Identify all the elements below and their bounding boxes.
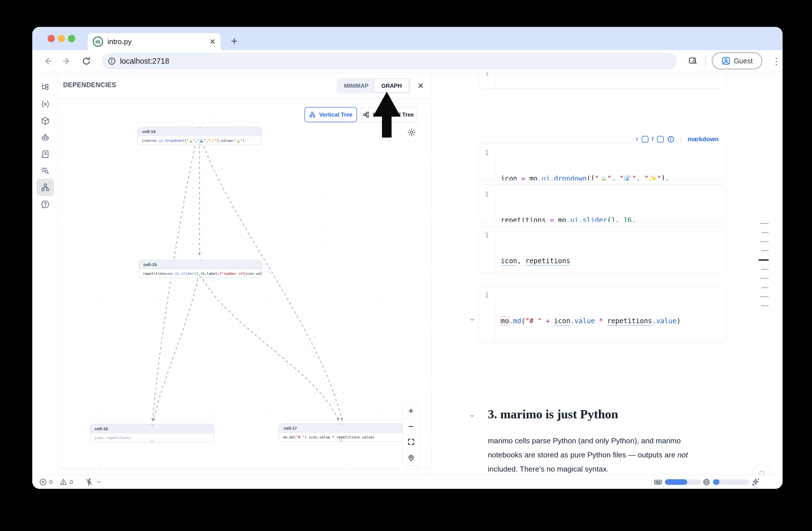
zoom-in-button[interactable]: +: [403, 403, 419, 419]
node-title: cell-15: [139, 260, 262, 269]
node-title: cell-14: [138, 127, 261, 136]
node-code: icon = mo.ui.dropdown(["🍃", "🌊", "✨"], v…: [138, 136, 261, 145]
site-info-icon[interactable]: [107, 57, 116, 66]
code-line: icon = mo.ui.dropdown(["🍃", "🌊", "✨"],: [501, 173, 726, 181]
cell-marker[interactable]: [760, 241, 769, 242]
marimo-favicon-icon: m: [93, 37, 103, 47]
sidebar-item-file-explorer[interactable]: [37, 78, 54, 96]
profile-label: Guest: [734, 57, 753, 65]
tab-graph[interactable]: GRAPH: [375, 79, 408, 92]
toggle-r-label[interactable]: r: [636, 135, 638, 143]
url-bar[interactable]: localhost:2718: [102, 53, 677, 69]
node-code: icon, repetitions: [90, 433, 214, 442]
collapse-section-chevron-icon[interactable]: ⌄: [468, 409, 476, 419]
sidebar-item-snippets[interactable]: [37, 162, 54, 180]
cell-marker-active[interactable]: [758, 259, 769, 261]
notebook-cell-dropdown[interactable]: 1 icon = mo.ui.dropdown(["🍃", "🌊", "✨"],…: [478, 143, 726, 181]
notebook-cell-momd[interactable]: 1 mo.md("# " + icon.value * repetitions.…: [478, 286, 726, 343]
section-paragraph: marimo cells parse Python (and only Pyth…: [488, 434, 688, 475]
graph-edges: [58, 99, 431, 469]
back-icon[interactable]: [40, 54, 56, 69]
toggle-f-checkbox[interactable]: [657, 136, 664, 143]
line-number: 1: [479, 72, 495, 89]
traffic-close-button[interactable]: [47, 35, 55, 42]
cell-marker[interactable]: [760, 278, 769, 279]
sidebar-item-packages[interactable]: [37, 112, 54, 130]
ai-assistant-button[interactable]: [751, 477, 760, 487]
toggle-f-label[interactable]: f: [652, 135, 654, 143]
graph-node-cell-15[interactable]: cell-15 repetitions = mo.ui.slider(1, 16…: [139, 260, 262, 278]
vertical-tree-icon: [309, 111, 316, 118]
ram-usage: [654, 477, 701, 487]
tab-strip: m intro.py ✕ +: [32, 27, 783, 50]
tab-close-icon[interactable]: ✕: [209, 37, 216, 46]
stop-button[interactable]: [753, 464, 771, 475]
line-number: 1: [479, 291, 495, 343]
warning-count: 0: [70, 479, 73, 485]
code-line: mo.md("# " + icon.value * repetitions.va…: [501, 315, 726, 327]
locate-button[interactable]: [403, 450, 419, 465]
code-line: repetitions = mo.ui.slider(1, 16,: [501, 214, 726, 222]
vertical-tree-label: Vertical Tree: [319, 112, 352, 118]
dependencies-header: DEPENDENCIES MINIMAP GRAPH ✕: [58, 72, 431, 99]
collapse-output-chevron-icon[interactable]: ⌄: [468, 313, 476, 323]
flash-off-icon: [85, 478, 93, 486]
paragraph-line: marimo cells parse Python (and only Pyth…: [488, 434, 688, 448]
new-tab-button[interactable]: +: [226, 33, 242, 49]
forward-icon[interactable]: [59, 54, 74, 69]
cell-marker[interactable]: [760, 223, 769, 224]
info-icon[interactable]: [667, 135, 675, 143]
code-line: icon, repetitions: [501, 255, 726, 267]
traffic-zoom-button[interactable]: [68, 35, 75, 42]
graph-canvas[interactable]: Vertical Tree Horizontal Tree cell-14 ic…: [58, 99, 431, 469]
cell-marker[interactable]: [760, 296, 769, 297]
traffic-minimize-button[interactable]: [58, 35, 65, 42]
status-bar: 0 0: [32, 475, 783, 489]
markdown-mode-label[interactable]: markdown: [687, 135, 719, 143]
cpu-progress-bar: [713, 479, 749, 485]
run-mode-toggle[interactable]: [85, 477, 102, 487]
warning-triangle-icon: [59, 478, 67, 486]
sidebar-item-dependency-graph[interactable]: [37, 178, 54, 196]
italic-word: not: [677, 450, 688, 459]
errors-indicator[interactable]: 0: [39, 477, 53, 487]
cell-marker[interactable]: [762, 232, 769, 233]
panel-close-icon[interactable]: ✕: [415, 80, 427, 92]
horizontal-tree-button[interactable]: Horizontal Tree: [360, 107, 417, 122]
toggle-r-checkbox[interactable]: [642, 136, 649, 143]
sidebar-rail: [32, 72, 58, 475]
browser-tab[interactable]: m intro.py ✕: [88, 33, 221, 50]
tab-minimap[interactable]: MINIMAP: [338, 79, 375, 92]
cell-marker[interactable]: [762, 269, 769, 270]
graph-node-cell-16[interactable]: cell-16 icon, repetitions: [90, 424, 214, 442]
graph-node-cell-17[interactable]: cell-17 mo.md("# " + icon.value * repeti…: [279, 424, 404, 442]
avatar-icon: [722, 56, 730, 66]
view-switcher: MINIMAP GRAPH: [337, 78, 411, 94]
cell-marker[interactable]: [762, 287, 769, 288]
notebook-cell-slider[interactable]: 1 repetitions = mo.ui.slider(1, 16, labe…: [478, 185, 726, 222]
cell-marker[interactable]: [762, 250, 769, 251]
reload-icon[interactable]: [79, 54, 94, 69]
zoom-out-button[interactable]: −: [403, 419, 419, 434]
fit-view-button[interactable]: [403, 434, 419, 450]
node-code: mo.md("# " + icon.value * repetitions.va…: [279, 433, 403, 442]
browser-menu-icon[interactable]: ⋮: [770, 54, 783, 69]
cpu-usage: [702, 477, 749, 487]
tab-search-icon[interactable]: [685, 54, 700, 69]
url-text: localhost:2718: [120, 57, 169, 66]
profile-button[interactable]: Guest: [712, 52, 762, 69]
sidebar-item-help[interactable]: [37, 196, 54, 213]
graph-zoom-controls: + −: [403, 403, 419, 465]
sidebar-item-logs[interactable]: [37, 145, 54, 163]
vertical-tree-button[interactable]: Vertical Tree: [304, 107, 357, 122]
cell-marker[interactable]: [762, 305, 769, 306]
graph-node-cell-14[interactable]: cell-14 icon = mo.ui.dropdown(["🍃", "🌊",…: [137, 127, 262, 145]
notebook-cell-tuple[interactable]: 1 icon, repetitions ›[…]2 Items: [478, 227, 726, 273]
line-number: 1: [479, 190, 495, 222]
graph-settings-gear-icon[interactable]: [405, 126, 418, 139]
ram-progress-bar: [665, 479, 701, 485]
notebook-cell-partial[interactable]: 1 ""🌊 Some UI elements.** Try interactin…: [478, 72, 726, 89]
sidebar-item-variables[interactable]: [37, 96, 54, 113]
sidebar-item-ai-assistant[interactable]: [37, 129, 54, 146]
warnings-indicator[interactable]: 0: [59, 477, 73, 487]
